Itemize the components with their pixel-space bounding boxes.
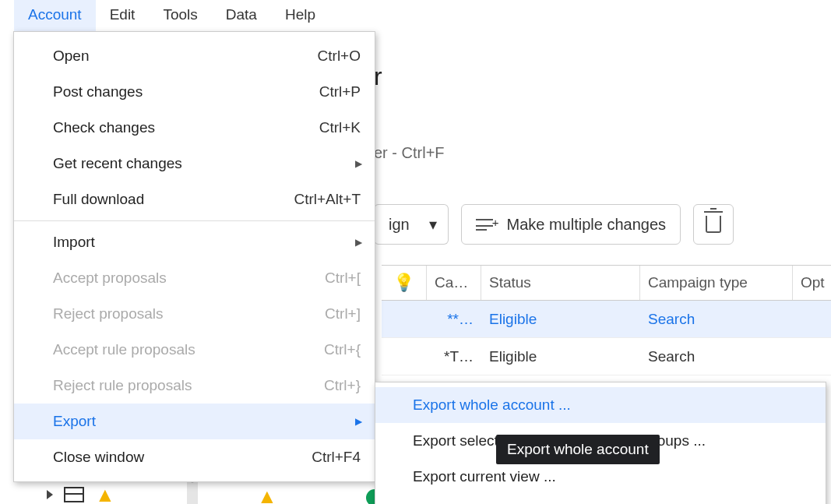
cell-status: Eligible xyxy=(481,348,640,365)
submenu-label: Export whole account ... xyxy=(413,397,812,414)
filter-hint[interactable]: er - Ctrl+F xyxy=(374,144,445,162)
menu-label: Reject rule proposals xyxy=(53,377,308,394)
menubar: Account Edit Tools Data Help xyxy=(0,0,831,31)
tree-row[interactable]: ▲ xyxy=(47,479,115,504)
menubar-item-help[interactable]: Help xyxy=(271,0,329,31)
menu-label: Post changes xyxy=(53,83,304,100)
button-label: Make multiple changes xyxy=(506,216,666,234)
chevron-right-icon: ▶ xyxy=(355,237,362,248)
menu-label: Reject proposals xyxy=(53,305,309,322)
menu-shortcut: Ctrl+O xyxy=(318,48,361,65)
column-campaign[interactable]: Ca… xyxy=(427,266,481,300)
menu-label: Open xyxy=(53,48,302,65)
button-label: ign xyxy=(389,216,410,234)
table-row[interactable]: **… Eligible Search xyxy=(382,301,831,338)
menu-shortcut: Ctrl+{ xyxy=(324,341,361,358)
column-status[interactable]: Status xyxy=(481,266,640,300)
add-campaign-button[interactable]: ign xyxy=(374,204,420,245)
toolbar: ign ▾ + Make multiple changes xyxy=(374,204,734,245)
menu-shortcut: Ctrl+P xyxy=(319,83,361,100)
menu-label: Get recent changes xyxy=(53,155,361,172)
menu-label: Accept rule proposals xyxy=(53,341,308,358)
menu-post-changes[interactable]: Post changesCtrl+P xyxy=(14,74,375,110)
column-opt[interactable]: Opt xyxy=(793,266,831,300)
trash-icon xyxy=(706,216,721,233)
menu-reject-rule-proposals: Reject rule proposalsCtrl+} xyxy=(14,368,375,404)
caret-down-icon: ▾ xyxy=(429,215,437,234)
menu-reject-proposals: Reject proposalsCtrl+] xyxy=(14,296,375,332)
submenu-export-whole-account[interactable]: Export whole account ... xyxy=(375,387,826,423)
menu-label: Export xyxy=(53,413,361,430)
cell-type: Search xyxy=(640,311,793,328)
menubar-item-edit[interactable]: Edit xyxy=(96,0,150,31)
menu-shortcut: Ctrl+K xyxy=(319,119,361,136)
delete-button[interactable] xyxy=(693,204,734,245)
menubar-item-account[interactable]: Account xyxy=(14,0,96,31)
menu-label: Full download xyxy=(53,191,278,208)
menu-label: Accept proposals xyxy=(53,270,309,287)
expand-icon[interactable] xyxy=(47,490,53,499)
menu-accept-rule-proposals: Accept rule proposalsCtrl+{ xyxy=(14,332,375,368)
warning-icon: ▲ xyxy=(257,486,277,504)
cell-status: Eligible xyxy=(481,311,640,328)
account-menu: OpenCtrl+O Post changesCtrl+P Check chan… xyxy=(13,31,375,482)
submenu-export-custom-rules[interactable]: Export custom rules xyxy=(375,495,826,504)
menubar-item-tools[interactable]: Tools xyxy=(149,0,211,31)
menu-shortcut: Ctrl+] xyxy=(325,305,361,322)
menu-label: Close window xyxy=(53,449,296,466)
menubar-item-data[interactable]: Data xyxy=(212,0,271,31)
submenu-label: Export current view ... xyxy=(413,468,812,485)
menu-accept-proposals: Accept proposalsCtrl+[ xyxy=(14,260,375,296)
campaign-icon xyxy=(64,487,84,502)
menu-shortcut: Ctrl+} xyxy=(324,377,361,394)
tooltip: Export whole account xyxy=(496,435,660,464)
lightbulb-icon: 💡 xyxy=(393,273,414,293)
menu-get-recent[interactable]: Get recent changes▶ xyxy=(14,146,375,182)
add-campaign-split-button: ign ▾ xyxy=(374,204,449,245)
plus-icon: + xyxy=(492,216,499,229)
cell-campaign: *T… xyxy=(427,348,481,365)
campaigns-table: 💡 Ca… Status Campaign type Opt **… Eligi… xyxy=(382,265,831,375)
menu-import[interactable]: Import▶ xyxy=(14,224,375,260)
table-header: 💡 Ca… Status Campaign type Opt xyxy=(382,265,831,301)
menu-export[interactable]: Export▶ xyxy=(14,404,375,439)
cell-campaign: **… xyxy=(427,311,481,328)
menu-shortcut: Ctrl+Alt+T xyxy=(294,191,361,208)
list-icon xyxy=(476,219,493,231)
warning-icon: ▲ xyxy=(95,485,115,504)
menu-close-window[interactable]: Close windowCtrl+F4 xyxy=(14,439,375,475)
menu-full-download[interactable]: Full downloadCtrl+Alt+T xyxy=(14,182,375,217)
add-campaign-caret[interactable]: ▾ xyxy=(419,204,449,245)
menu-check-changes[interactable]: Check changesCtrl+K xyxy=(14,110,375,146)
chevron-right-icon: ▶ xyxy=(355,416,362,427)
menu-label: Check changes xyxy=(53,119,304,136)
menu-shortcut: Ctrl+F4 xyxy=(312,449,361,466)
menu-separator xyxy=(14,220,375,221)
column-campaign-type[interactable]: Campaign type xyxy=(640,266,793,300)
menu-label: Import xyxy=(53,234,361,251)
table-row[interactable]: *T… Eligible Search xyxy=(382,338,831,375)
chevron-right-icon: ▶ xyxy=(355,158,362,169)
menu-shortcut: Ctrl+[ xyxy=(325,270,361,287)
make-multiple-changes-button[interactable]: + Make multiple changes xyxy=(461,204,681,245)
column-recommendations[interactable]: 💡 xyxy=(382,266,427,300)
menu-open[interactable]: OpenCtrl+O xyxy=(14,38,375,74)
cell-type: Search xyxy=(640,348,793,365)
